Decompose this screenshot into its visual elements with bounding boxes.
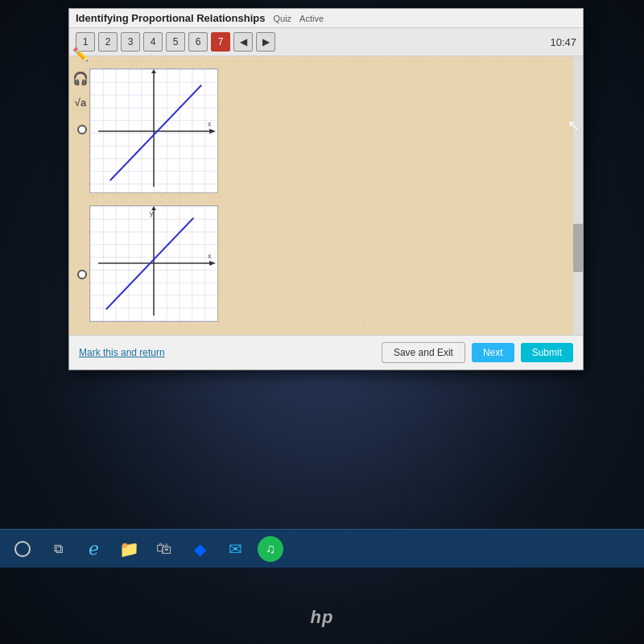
search-button[interactable] [8,535,37,564]
file-explorer-button[interactable]: 📁 [114,535,143,564]
title-bar: Identifying Proportional Relationships Q… [69,9,583,28]
question-2[interactable]: 2 [98,32,118,52]
graph-bottom: y x [89,205,218,322]
dropbox-button[interactable]: ◆ [185,535,214,564]
file-explorer-icon: 📁 [119,539,139,559]
radio-button-top[interactable] [77,125,87,134]
dropbox-icon: ◆ [194,539,206,559]
next-question-nav[interactable]: ▶ [256,32,275,52]
submit-button[interactable]: Submit [521,343,573,362]
question-4[interactable]: 4 [143,32,163,52]
quiz-window: Identifying Proportional Relationships Q… [68,8,584,370]
taskbar: ⧉ ℯ 📁 🛍 ◆ ✉ ♫ [0,529,644,568]
internet-explorer-icon: ℯ [89,539,99,559]
content-area: x y [69,56,583,335]
desktop: Identifying Proportional Relationships Q… [0,0,644,644]
formula-icon[interactable]: √a [71,93,90,112]
question-7[interactable]: 7 [211,32,230,52]
scrollbar[interactable] [573,56,583,335]
spotify-icon: ♫ [258,536,283,562]
store-icon: 🛍 [156,539,172,558]
quiz-label: Quiz [273,14,291,23]
internet-explorer-button[interactable]: ℯ [79,535,108,564]
graph-top: x [89,68,218,193]
mark-return-link[interactable]: Mark this and return [79,347,165,358]
question-3[interactable]: 3 [121,32,140,52]
scrollbar-thumb[interactable] [573,224,583,272]
time-display: 10:47 [550,36,576,48]
svg-text:x: x [208,252,212,260]
radio-button-bottom[interactable] [77,270,87,279]
next-button[interactable]: Next [472,343,514,362]
left-sidebar: ✏️ 🎧 √a [68,40,93,112]
task-view-button[interactable]: ⧉ [43,535,72,564]
question-5[interactable]: 5 [166,32,185,52]
mail-icon: ✉ [229,539,242,559]
save-exit-button[interactable]: Save and Exit [382,342,465,363]
footer-bar: Mark this and return Save and Exit Next … [69,335,583,369]
hp-logo: hp [311,607,334,628]
search-icon [14,541,31,557]
task-view-icon: ⧉ [54,542,63,556]
spotify-button[interactable]: ♫ [256,535,285,564]
question-6[interactable]: 6 [188,32,208,52]
mail-button[interactable]: ✉ [221,535,250,564]
pencil-icon[interactable]: ✏️ [71,44,90,64]
window-title: Identifying Proportional Relationships [76,12,265,24]
status-label: Active [299,14,324,23]
svg-text:x: x [208,120,212,128]
store-button[interactable]: 🛍 [150,535,179,564]
question-bar: 1 2 3 4 5 6 7 ◀ ▶ 10:47 [69,28,583,56]
prev-question-nav[interactable]: ◀ [233,32,253,52]
headphone-icon[interactable]: 🎧 [71,68,90,88]
